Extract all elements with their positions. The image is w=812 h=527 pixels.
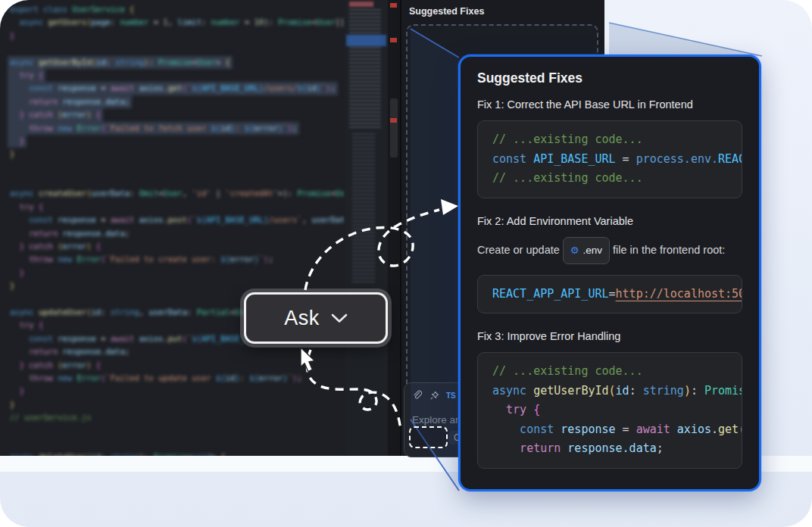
ask-button-label: Ask [284,307,320,330]
pin-icon[interactable] [429,391,439,401]
editor-minimap[interactable] [345,0,388,456]
panel-title: Suggested Fixes [477,70,742,86]
fix2-description: Create or update⚙.envfile in the fronten… [477,237,751,264]
background-card: export class UserService { async getUser… [0,0,812,527]
error-mark [390,118,397,123]
editor-scrollbar[interactable] [388,0,400,456]
minimap-selection [346,35,386,46]
fix2-code-block: REACT_APP_API_URL=http://localhost:5000/… [477,275,742,314]
fix3-code-block: // ...existing code...async getUserById(… [477,352,742,469]
fix3-heading: Fix 3: Improve Error Handling [477,330,742,342]
fix1-heading: Fix 1: Correct the API Base URL in Front… [477,98,742,111]
minimap-lines [349,9,381,130]
chevron-down-icon [331,313,348,323]
minimap-error-rows [349,2,373,7]
paperclip-icon[interactable] [412,390,423,401]
error-mark [390,3,397,8]
env-file-badge[interactable]: ⚙.env [563,237,610,264]
dashed-selection-rect [409,426,448,448]
editor-code-area[interactable]: export class UserService { async getUser… [8,3,345,456]
fix1-code-block: // ...existing code...const API_BASE_URL… [477,120,742,198]
fix2-heading: Fix 2: Add Environment Variable [477,215,742,227]
typescript-badge: TS [446,391,456,400]
suggested-fixes-panel: Suggested Fixes Fix 1: Correct the API B… [458,55,761,491]
screenshot: export class UserService { async getUser… [0,0,812,527]
error-mark [390,38,397,42]
back-panel-title: Suggested Fixes [409,6,484,17]
minimap-lines-lower [352,133,375,285]
ask-button[interactable]: Ask [244,292,388,344]
scrollbar-thumb[interactable] [390,98,398,157]
env-file-icon: ⚙ [570,245,579,255]
